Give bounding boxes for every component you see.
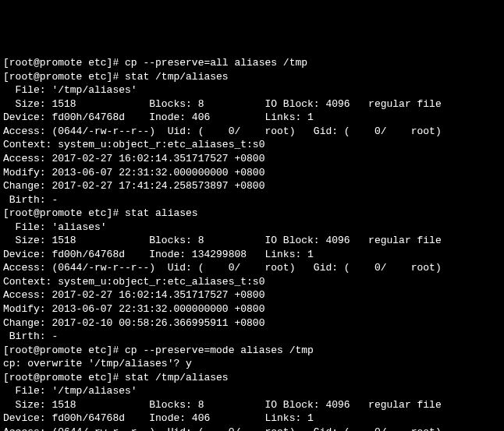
terminal-output[interactable]: [root@promote etc]# cp --preserve=all al… xyxy=(3,56,501,431)
terminal-line: Access: (0644/-rw-r--r--) Uid: ( 0/ root… xyxy=(3,426,501,431)
terminal-line: Context: system_u:object_r:etc_aliases_t… xyxy=(3,138,501,152)
terminal-line: Device: fd00h/64768d Inode: 134299808 Li… xyxy=(3,248,501,262)
terminal-line: Change: 2017-02-27 17:41:24.258573897 +0… xyxy=(3,179,501,193)
terminal-line: Access: 2017-02-27 16:02:14.351717527 +0… xyxy=(3,152,501,166)
terminal-line: [root@promote etc]# stat aliases xyxy=(3,207,501,221)
terminal-line: Size: 1518 Blocks: 8 IO Block: 4096 regu… xyxy=(3,97,501,111)
terminal-line: Size: 1518 Blocks: 8 IO Block: 4096 regu… xyxy=(3,234,501,248)
terminal-line: [root@promote etc]# cp --preserve=mode a… xyxy=(3,344,501,358)
terminal-line: [root@promote etc]# stat /tmp/aliases xyxy=(3,70,501,84)
terminal-line: [root@promote etc]# stat /tmp/aliases xyxy=(3,371,501,385)
terminal-line: Access: (0644/-rw-r--r--) Uid: ( 0/ root… xyxy=(3,261,501,275)
terminal-line: File: '/tmp/aliases' xyxy=(3,384,501,398)
terminal-line: Birth: - xyxy=(3,193,501,207)
terminal-line: Size: 1518 Blocks: 8 IO Block: 4096 regu… xyxy=(3,398,501,412)
terminal-line: Change: 2017-02-10 00:58:26.366995911 +0… xyxy=(3,316,501,330)
terminal-line: Context: system_u:object_r:etc_aliases_t… xyxy=(3,275,501,289)
terminal-line: File: 'aliases' xyxy=(3,221,501,235)
terminal-line: Device: fd00h/64768d Inode: 406 Links: 1 xyxy=(3,412,501,426)
terminal-line: File: '/tmp/aliases' xyxy=(3,83,501,97)
terminal-line: Access: 2017-02-27 16:02:14.351717527 +0… xyxy=(3,288,501,302)
terminal-line: [root@promote etc]# cp --preserve=all al… xyxy=(3,56,501,70)
terminal-line: cp: overwrite '/tmp/aliases'? y xyxy=(3,357,501,371)
terminal-line: Modify: 2013-06-07 22:31:32.000000000 +0… xyxy=(3,302,501,316)
terminal-line: Access: (0644/-rw-r--r--) Uid: ( 0/ root… xyxy=(3,125,501,139)
terminal-line: Birth: - xyxy=(3,330,501,344)
terminal-line: Device: fd00h/64768d Inode: 406 Links: 1 xyxy=(3,111,501,125)
terminal-line: Modify: 2013-06-07 22:31:32.000000000 +0… xyxy=(3,166,501,180)
